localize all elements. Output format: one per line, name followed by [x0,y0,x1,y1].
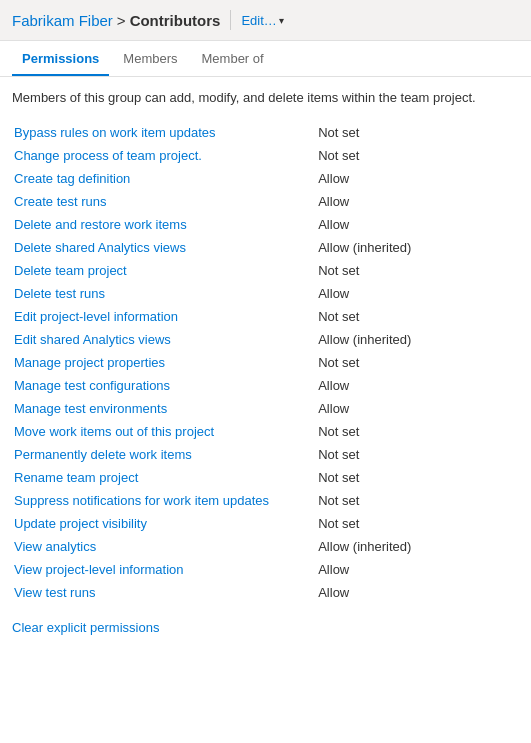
permission-value: Not set [316,466,519,489]
breadcrumb-project[interactable]: Fabrikam Fiber [12,12,113,29]
table-row: Create test runsAllow [12,190,519,213]
permission-value: Allow [316,581,519,604]
permission-name[interactable]: Edit shared Analytics views [12,328,316,351]
header-divider [230,10,231,30]
table-row: Move work items out of this projectNot s… [12,420,519,443]
group-description: Members of this group can add, modify, a… [12,89,519,107]
permission-name[interactable]: Create tag definition [12,167,316,190]
table-row: View test runsAllow [12,581,519,604]
clear-permissions-link[interactable]: Clear explicit permissions [12,620,519,635]
permission-name[interactable]: Delete and restore work items [12,213,316,236]
permission-value: Not set [316,305,519,328]
permission-name[interactable]: Create test runs [12,190,316,213]
permission-value: Not set [316,420,519,443]
table-row: Suppress notifications for work item upd… [12,489,519,512]
table-row: Permanently delete work itemsNot set [12,443,519,466]
permission-value: Allow (inherited) [316,535,519,558]
permission-name[interactable]: Update project visibility [12,512,316,535]
permission-value: Not set [316,443,519,466]
tab-permissions[interactable]: Permissions [12,41,109,76]
permission-name[interactable]: Suppress notifications for work item upd… [12,489,316,512]
table-row: Change process of team project.Not set [12,144,519,167]
table-row: Manage test environmentsAllow [12,397,519,420]
permission-value: Not set [316,489,519,512]
table-row: Edit project-level informationNot set [12,305,519,328]
permission-value: Allow [316,397,519,420]
content-area: Members of this group can add, modify, a… [0,77,531,651]
edit-label: Edit… [241,13,276,28]
table-row: Delete test runsAllow [12,282,519,305]
tab-member-of[interactable]: Member of [192,41,274,76]
permission-value: Allow (inherited) [316,328,519,351]
table-row: View project-level informationAllow [12,558,519,581]
permission-value: Not set [316,351,519,374]
permission-name[interactable]: Manage project properties [12,351,316,374]
permission-value: Allow [316,374,519,397]
table-row: Update project visibilityNot set [12,512,519,535]
permission-name[interactable]: Move work items out of this project [12,420,316,443]
permission-value: Allow [316,190,519,213]
permission-value: Not set [316,512,519,535]
table-row: Rename team projectNot set [12,466,519,489]
permission-value: Not set [316,121,519,144]
permissions-table: Bypass rules on work item updatesNot set… [12,121,519,604]
permission-name[interactable]: Delete test runs [12,282,316,305]
permission-value: Allow [316,213,519,236]
permission-name[interactable]: Rename team project [12,466,316,489]
header: Fabrikam Fiber > Contributors Edit… ▾ [0,0,531,41]
chevron-down-icon: ▾ [279,15,284,26]
permission-name[interactable]: Delete shared Analytics views [12,236,316,259]
permission-value: Not set [316,144,519,167]
table-row: View analyticsAllow (inherited) [12,535,519,558]
permission-value: Allow [316,167,519,190]
table-row: Bypass rules on work item updatesNot set [12,121,519,144]
permission-name[interactable]: Manage test configurations [12,374,316,397]
permission-name[interactable]: Delete team project [12,259,316,282]
permission-value: Allow (inherited) [316,236,519,259]
permission-value: Allow [316,282,519,305]
table-row: Delete and restore work itemsAllow [12,213,519,236]
table-row: Create tag definitionAllow [12,167,519,190]
tab-members[interactable]: Members [113,41,187,76]
permission-name[interactable]: Manage test environments [12,397,316,420]
permission-name[interactable]: View test runs [12,581,316,604]
table-row: Delete team projectNot set [12,259,519,282]
permission-name[interactable]: Edit project-level information [12,305,316,328]
permission-name[interactable]: Change process of team project. [12,144,316,167]
permission-name[interactable]: View analytics [12,535,316,558]
edit-button[interactable]: Edit… ▾ [241,13,283,28]
table-row: Edit shared Analytics viewsAllow (inheri… [12,328,519,351]
tabs-bar: Permissions Members Member of [0,41,531,77]
breadcrumb-current: Contributors [130,12,221,29]
permission-value: Allow [316,558,519,581]
table-row: Manage project propertiesNot set [12,351,519,374]
permission-name[interactable]: Permanently delete work items [12,443,316,466]
table-row: Manage test configurationsAllow [12,374,519,397]
breadcrumb-separator: > [117,12,126,29]
permission-value: Not set [316,259,519,282]
table-row: Delete shared Analytics viewsAllow (inhe… [12,236,519,259]
permission-name[interactable]: View project-level information [12,558,316,581]
permission-name[interactable]: Bypass rules on work item updates [12,121,316,144]
